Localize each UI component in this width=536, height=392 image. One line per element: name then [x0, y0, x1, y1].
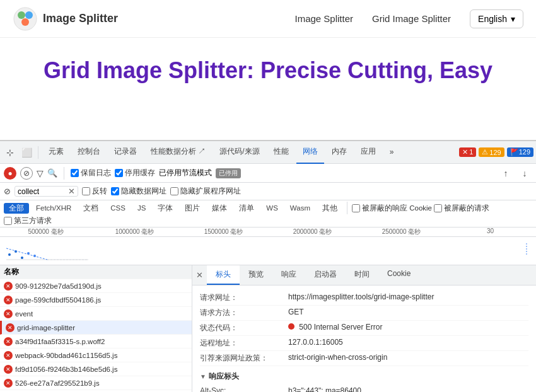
- pill-other[interactable]: 其他: [317, 203, 342, 214]
- pill-img[interactable]: 图片: [180, 203, 205, 214]
- file-item-1[interactable]: ✕ page-599cfdbdf5504186.js: [0, 293, 192, 307]
- file-name-7: 526-ee27a7af295521b9.js: [15, 379, 188, 387]
- pill-manifest[interactable]: 清单: [234, 203, 259, 214]
- file-list: 名称 ✕ 909-91292be7da5d190d.js ✕ page-599c…: [0, 265, 192, 392]
- tab-memory[interactable]: 内存: [325, 141, 353, 164]
- close-detail-button[interactable]: ✕: [192, 265, 207, 285]
- headers-content: 请求网址： https://imagesplitter.tools/grid-i…: [192, 285, 536, 392]
- error-badge: ✕1: [459, 147, 476, 157]
- request-url-val: https://imagesplitter.tools/grid-image-s…: [288, 292, 434, 303]
- file-item-7[interactable]: ✕ 526-ee27a7af295521b9.js: [0, 376, 192, 390]
- tab-application[interactable]: 应用: [354, 141, 382, 164]
- blocked-cookie-checkbox[interactable]: 被屏蔽的响应 Cookie: [352, 204, 432, 213]
- search-icon[interactable]: 🔍: [47, 168, 57, 178]
- referrer-policy-row: 引荐来源网址政策： strict-origin-when-cross-origi…: [200, 351, 528, 366]
- nav-image-splitter[interactable]: Image Splitter: [294, 13, 353, 24]
- pill-ws[interactable]: WS: [261, 204, 283, 212]
- tab-recorder[interactable]: 记录器: [108, 141, 143, 164]
- file-item-0[interactable]: ✕ 909-91292be7da5d190d.js: [0, 279, 192, 293]
- tab-console[interactable]: 控制台: [71, 141, 107, 164]
- logo-area: Image Splitter: [13, 6, 118, 32]
- file-name-4: a34f9d1faa5f3315-s.p.woff2: [15, 338, 188, 345]
- hero-section: Grid Image Splitter: Precise Cutting, Ea…: [0, 38, 536, 96]
- detail-tab-timing[interactable]: 时间: [346, 265, 378, 285]
- referrer-policy-key: 引荐来源网址政策：: [200, 353, 288, 364]
- lang-label: English: [478, 14, 507, 24]
- devtools-panel: ⊹ ⬜ 元素 控制台 记录器 性能数据分析 ↗ 源代码/来源 性能 网络 内存 …: [0, 140, 536, 392]
- pill-doc[interactable]: 文档: [78, 203, 103, 214]
- pill-font[interactable]: 字体: [153, 203, 178, 214]
- filter-input[interactable]: [18, 187, 68, 196]
- tl-label-1: 500000 毫秒: [1, 228, 90, 236]
- remote-addr-row: 远程地址： 127.0.0.1:16005: [200, 336, 528, 351]
- pill-fetch-xhr[interactable]: Fetch/XHR: [31, 204, 76, 212]
- status-code-val: 500 Internal Server Error: [288, 323, 382, 333]
- lang-selector[interactable]: English ▾: [470, 9, 523, 28]
- tl-label-5: 2500000 毫秒: [357, 228, 446, 236]
- preserve-log-checkbox[interactable]: 保留日志: [71, 168, 111, 178]
- file-name-1: page-599cfdbdf5504186.js: [15, 296, 188, 304]
- download-icon[interactable]: ↓: [517, 166, 532, 181]
- file-name-5: webpack-90bdad461c1156d5.js: [15, 352, 188, 359]
- stream-badge: 已停用: [216, 168, 241, 178]
- pill-js[interactable]: JS: [132, 204, 151, 212]
- file-item-2[interactable]: ✕ event: [0, 307, 192, 321]
- hide-data-urls-checkbox[interactable]: 隐藏数据网址: [111, 187, 166, 196]
- tab-performance[interactable]: 性能: [267, 141, 295, 164]
- svg-point-5: [8, 253, 11, 256]
- record-button[interactable]: ●: [4, 167, 16, 180]
- detail-tab-response[interactable]: 响应: [272, 265, 305, 285]
- timeline-graph: [0, 237, 536, 262]
- detail-tab-cookie[interactable]: Cookie: [378, 265, 419, 285]
- file-name-6: fd9d1056-f9246b3b146be5d6.js: [15, 366, 188, 373]
- stream-mode-label: 已停用节流模式: [159, 168, 212, 178]
- filter-funnel-icon: ⊘: [4, 187, 11, 196]
- disable-cache-checkbox[interactable]: 停用缓存: [115, 168, 155, 178]
- detail-tab-headers[interactable]: 标头: [207, 265, 240, 285]
- toolbar-separator: [38, 146, 38, 159]
- file-item-5[interactable]: ✕ webpack-90bdad461c1156d5.js: [0, 349, 192, 362]
- remote-addr-key: 远程地址：: [200, 338, 288, 349]
- file-item-6[interactable]: ✕ fd9d1056-f9246b3b146be5d6.js: [0, 362, 192, 376]
- device-icon[interactable]: ⬜: [19, 145, 34, 160]
- collapse-icon[interactable]: ▼: [200, 373, 206, 380]
- file-item-3[interactable]: ✕ grid-image-splitter: [0, 321, 192, 335]
- tab-network[interactable]: 网络: [296, 141, 324, 164]
- file-status-0: ✕: [4, 282, 13, 291]
- tab-sources[interactable]: 源代码/来源: [213, 141, 265, 164]
- clear-button[interactable]: ⊘: [20, 167, 33, 180]
- request-method-val: GET: [288, 308, 304, 318]
- pill-css[interactable]: CSS: [105, 204, 131, 212]
- request-url-key: 请求网址：: [200, 292, 288, 303]
- tab-elements[interactable]: 元素: [42, 141, 70, 164]
- alt-svc-row: Alt-Svc: h3=":443"; ma=86400: [200, 384, 528, 392]
- file-list-header-label: 名称: [4, 267, 19, 277]
- file-status-2: ✕: [4, 309, 13, 318]
- third-party-checkbox[interactable]: 第三方请求: [4, 216, 52, 226]
- nav-grid-splitter[interactable]: Grid Image Splitter: [372, 13, 451, 24]
- pill-all[interactable]: 全部: [4, 203, 29, 214]
- file-status-5: ✕: [4, 351, 13, 360]
- detail-tabs: ✕ 标头 预览 响应 启动器 时间 Cookie: [192, 265, 536, 285]
- file-item-4[interactable]: ✕ a34f9d1faa5f3315-s.p.woff2: [0, 335, 192, 349]
- hide-extension-urls-checkbox[interactable]: 隐藏扩展程序网址: [170, 187, 241, 196]
- filter-icon[interactable]: ▽: [37, 168, 44, 178]
- svg-point-1: [18, 11, 25, 19]
- pill-wasm[interactable]: Wasm: [285, 204, 315, 212]
- clear-filter-button[interactable]: ✕: [68, 187, 75, 196]
- pill-media[interactable]: 媒体: [207, 203, 232, 214]
- tl-label-2: 1000000 毫秒: [90, 228, 179, 236]
- inspect-icon[interactable]: ⊹: [3, 145, 18, 160]
- file-name-2: event: [15, 310, 188, 318]
- upload-icon[interactable]: ↑: [498, 166, 513, 181]
- blocked-requests-checkbox[interactable]: 被屏蔽的请求: [434, 204, 489, 213]
- referrer-policy-val: strict-origin-when-cross-origin: [288, 353, 387, 364]
- detail-tab-initiator[interactable]: 启动器: [305, 265, 346, 285]
- devtools-toolbar: ⊹ ⬜ 元素 控制台 记录器 性能数据分析 ↗ 源代码/来源 性能 网络 内存 …: [0, 141, 536, 164]
- tab-performance-insights[interactable]: 性能数据分析 ↗: [144, 141, 212, 164]
- tl-label-6: 30: [446, 228, 535, 236]
- invert-checkbox[interactable]: 反转: [82, 187, 107, 196]
- detail-tab-preview[interactable]: 预览: [240, 265, 272, 285]
- tab-more[interactable]: »: [383, 141, 400, 164]
- file-name-0: 909-91292be7da5d190d.js: [15, 282, 188, 290]
